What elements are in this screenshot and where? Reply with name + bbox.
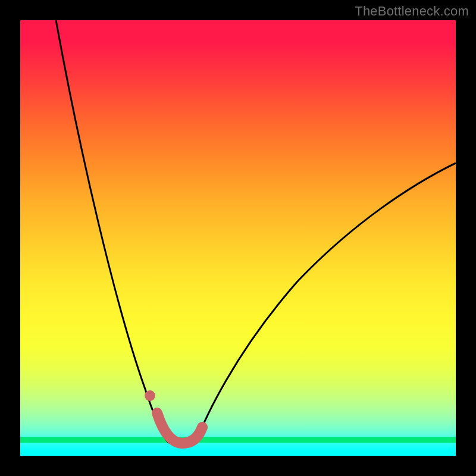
watermark-text: TheBottleneck.com (355, 4, 469, 19)
chart-frame: TheBottleneck.com (0, 0, 476, 476)
right-curve (196, 163, 456, 443)
left-dot-icon (145, 390, 155, 401)
bottom-highlight (157, 413, 202, 443)
left-curve (56, 20, 169, 443)
plot-area (20, 20, 456, 456)
curve-overlay (20, 20, 456, 456)
